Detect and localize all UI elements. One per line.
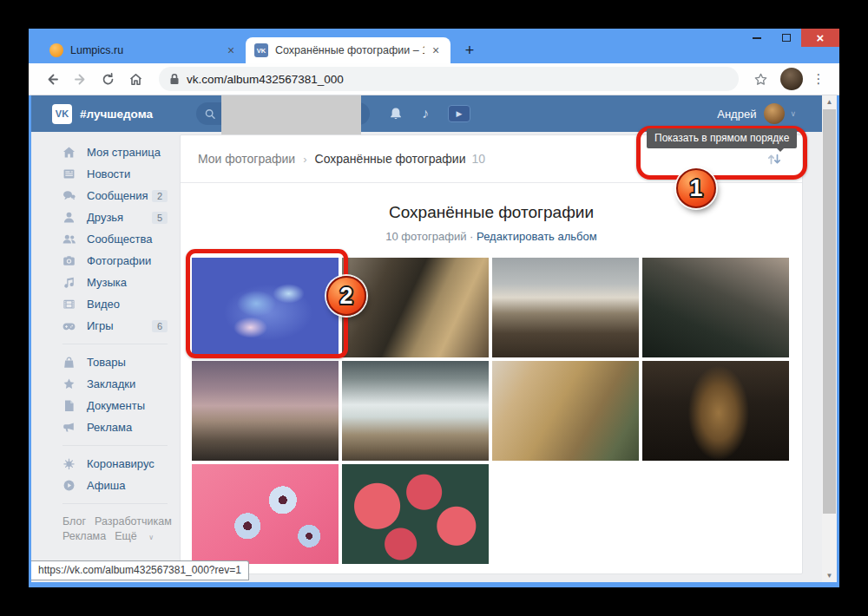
sidebar-divider [62,445,168,446]
breadcrumb-separator: › [303,153,306,166]
sidebar-item-my-page[interactable]: Моя страница [31,141,180,163]
middot-separator: · [470,230,473,243]
annotation-step-1: 1 [676,168,716,208]
scroll-up-icon[interactable]: ▲ [822,95,837,108]
scroll-down-icon[interactable]: ▼ [822,569,837,582]
play-icon: ▶ [448,105,470,122]
sidebar-item-games[interactable]: Игры 6 [31,315,180,337]
photo-thumbnail[interactable] [192,464,339,564]
home-icon [128,72,143,87]
photo-thumbnail[interactable] [642,361,789,461]
sidebar-label: Игры [87,319,114,332]
sidebar-divider [62,344,168,344]
sidebar-item-bookmarks[interactable]: Закладки [31,373,180,395]
sidebar-item-video[interactable]: Видео [31,293,180,315]
sidebar-item-messages[interactable]: Сообщения 2 [31,185,180,206]
sidebar-label: Сообщения [87,189,148,202]
games-count-badge: 6 [152,320,168,332]
sidebar-item-coronavirus[interactable]: Коронавирус [31,453,180,475]
edit-album-link[interactable]: Редактировать альбом [477,230,597,243]
photo-thumbnail[interactable] [642,258,789,357]
annotation-step-2: 2 [326,276,366,316]
photo-thumbnail[interactable] [492,361,639,461]
vk-search-input[interactable]: Поиск [196,102,370,125]
messages-icon [62,189,76,202]
forward-arrow-icon [73,72,88,87]
sidebar-label: Афиша [87,479,125,492]
vk-favicon-icon: VK [254,43,268,57]
notifications-button[interactable] [389,107,403,121]
browser-tab-vk-active[interactable]: VK Сохранённые фотографии – 10 × [246,37,450,63]
browser-menu-button[interactable]: ⋮ [808,71,829,87]
new-tab-button[interactable]: + [457,38,482,62]
breadcrumb-current: Сохранённые фотографии [315,152,466,166]
chevron-down-icon: ∨ [148,534,154,541]
maximize-button[interactable] [772,29,801,47]
breadcrumb-count: 10 [471,152,485,166]
sidebar-item-photos[interactable]: Фотографии [31,250,180,272]
sidebar-item-goods[interactable]: Товары [31,351,180,373]
tab-close-icon[interactable]: × [428,43,444,58]
sidebar-item-news[interactable]: Новости [31,163,180,185]
sidebar-item-ads[interactable]: Реклама [31,416,180,438]
breadcrumb-parent-link[interactable]: Мои фотографии [198,152,295,166]
photo-thumbnail[interactable] [192,361,339,461]
friends-icon [62,211,76,224]
tab-close-icon[interactable]: × [223,43,239,58]
sidebar-item-music[interactable]: Музыка [31,272,180,293]
sidebar-label: Товары [87,356,126,369]
sidebar-label: Сообщества [87,233,153,246]
vk-user-menu[interactable]: Андрей ∨ [717,103,796,124]
music-button[interactable]: ♪ [422,106,429,121]
sidebar-label: Фотографии [87,254,151,267]
browser-profile-avatar[interactable] [780,68,803,90]
minimize-button[interactable] [742,29,772,47]
photo-thumbnail[interactable] [342,258,489,357]
sidebar-footer: БлогРазработчикам РекламаЕщё ∨ [62,514,168,545]
camera-icon [62,254,76,267]
bookmark-button[interactable] [747,66,773,92]
footer-link-ads[interactable]: Реклама [62,530,106,542]
film-icon [62,298,76,311]
browser-tab-lumpics[interactable]: Lumpics.ru × [41,37,246,63]
back-arrow-icon [45,72,60,87]
sidebar-label: Новости [87,167,130,180]
footer-link-developers[interactable]: Разработчикам [95,515,172,528]
star-icon [62,377,76,390]
reload-button[interactable] [95,66,121,92]
messages-count-badge: 2 [152,190,168,202]
vk-logo[interactable]: VK [52,104,72,124]
sidebar-item-afisha[interactable]: Афиша [31,475,180,496]
user-avatar [764,103,785,124]
sidebar-label: Моя страница [87,146,161,159]
gamepad-icon [62,319,76,332]
communities-icon [62,233,76,246]
scrollbar-thumb[interactable] [823,109,836,514]
photo-thumbnail[interactable] [342,464,489,564]
close-window-button[interactable]: × [801,29,839,47]
play-circle-icon [62,479,76,492]
vk-hashtag-link[interactable]: #лучшедома [80,108,153,121]
news-icon [62,167,76,180]
forward-button[interactable] [67,66,93,92]
browser-toolbar: vk.com/album432567381_000 ⋮ [29,63,839,95]
footer-link-more[interactable]: Ещё [115,530,137,542]
browser-tab-bar: Lumpics.ru × VK Сохранённые фотографии –… [29,29,839,63]
address-bar[interactable]: vk.com/album432567381_000 [159,67,739,91]
sidebar-item-communities[interactable]: Сообщества [31,228,180,250]
reload-icon [101,72,115,87]
album-photo-count: 10 фотографий [385,230,466,243]
video-button[interactable]: ▶ [448,105,470,122]
maximize-icon [782,34,791,42]
back-button[interactable] [39,66,65,92]
footer-link-blog[interactable]: Блог [62,515,86,528]
tab-title: Lumpics.ru [70,44,220,56]
page-scrollbar[interactable]: ▲ ▼ [822,95,837,582]
photo-thumbnail[interactable] [342,361,489,461]
sidebar-item-documents[interactable]: Документы [31,395,180,416]
friends-count-badge: 5 [152,212,168,224]
megaphone-icon [62,421,76,434]
photo-thumbnail[interactable] [492,258,639,357]
home-button[interactable] [122,66,148,92]
sidebar-item-friends[interactable]: Друзья 5 [31,206,180,228]
